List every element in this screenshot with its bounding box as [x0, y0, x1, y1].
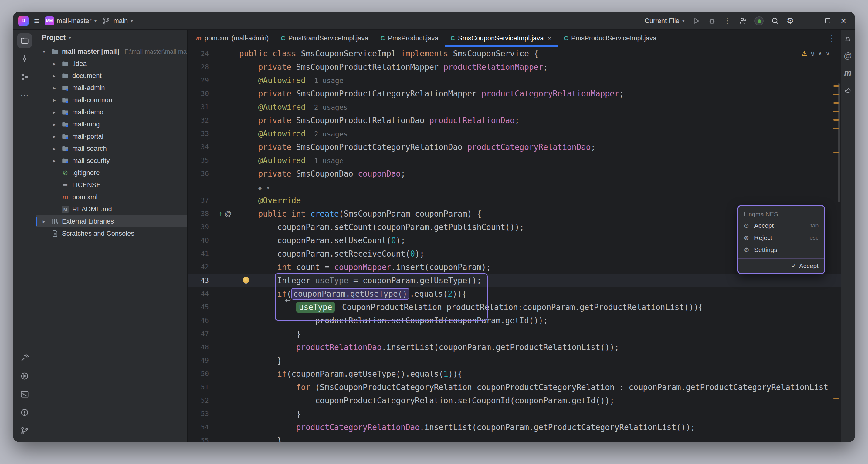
code-line[interactable]: 50 if(couponParam.getUseType().equals(1)…	[188, 367, 841, 380]
line-number[interactable]: 40	[188, 234, 211, 247]
line-number[interactable]: 48	[188, 340, 211, 354]
nes-item-reject[interactable]: ⊗Rejectesc	[738, 232, 824, 244]
commit-icon[interactable]	[17, 52, 32, 66]
tree-item-idea[interactable]: ▸.idea	[36, 58, 187, 70]
line-number[interactable]: 39	[188, 221, 211, 234]
next-warning-icon[interactable]: ∨	[826, 51, 830, 57]
line-number[interactable]: 54	[188, 421, 211, 434]
line-number[interactable]: 34	[188, 140, 211, 154]
line-number[interactable]: 52	[188, 394, 211, 407]
code-line[interactable]: 35 @Autowired 1 usage	[188, 154, 841, 167]
chevron-right-icon[interactable]: ▸	[51, 97, 58, 103]
code-line[interactable]: 53 }	[188, 407, 841, 421]
line-number[interactable]: 51	[188, 380, 211, 394]
terminal-icon[interactable]	[17, 387, 32, 401]
code-line[interactable]: 28 private SmsCouponProductRelationMappe…	[188, 60, 841, 74]
close-button[interactable]: ×	[836, 14, 850, 27]
line-number[interactable]: 41	[188, 247, 211, 261]
code-line[interactable]: 47 }	[188, 327, 841, 340]
project-panel-header[interactable]: Project ▾	[36, 30, 187, 45]
chevron-down-icon[interactable]: ▾	[40, 48, 48, 55]
code-editor[interactable]: 24public class SmsCouponServiceImpl impl…	[188, 47, 841, 441]
vcs-branch-selector[interactable]: main ▾	[102, 17, 133, 25]
line-number[interactable]: 29	[188, 74, 211, 87]
editor-tab-smscouponserviceimpl-java[interactable]: CSmsCouponServiceImpl.java×	[445, 30, 558, 47]
editor-tab-pmsproductserviceimpl-java[interactable]: CPmsProductServiceImpl.java	[558, 30, 663, 47]
line-number[interactable]: 49	[188, 354, 211, 367]
line-number[interactable]: 30	[188, 87, 211, 100]
close-tab-icon[interactable]: ×	[548, 34, 552, 42]
code-line[interactable]: 52 couponProductCategoryRelation.setCoup…	[188, 394, 841, 407]
chevron-right-icon[interactable]: ▸	[51, 109, 58, 115]
tree-item-readme-md[interactable]: MREADME.md	[36, 203, 187, 215]
line-number[interactable]: 24	[188, 47, 211, 60]
editor-tab-pmsbrandserviceimpl-java[interactable]: CPmsBrandServiceImpl.java	[275, 30, 374, 47]
line-number[interactable]: 43	[188, 274, 211, 287]
chevron-right-icon[interactable]: ▸	[51, 73, 58, 79]
code-line[interactable]: 24public class SmsCouponServiceImpl impl…	[188, 47, 841, 60]
code-line[interactable]: 45 useType CouponProductRelation product…	[188, 301, 841, 314]
build-icon[interactable]	[17, 351, 32, 365]
more-icon[interactable]: ⋯	[17, 88, 32, 102]
editor-tab-pmsproduct-java[interactable]: CPmsProduct.java	[374, 30, 445, 47]
tree-item-mall-admin[interactable]: ▸mall-admin	[36, 82, 187, 94]
line-number[interactable]: 33	[188, 127, 211, 140]
code-line[interactable]: 31 @Autowired 2 usages	[188, 100, 841, 114]
line-number[interactable]: 45	[188, 301, 211, 314]
tree-item-mall-common[interactable]: ▸mall-common	[36, 94, 187, 106]
prev-warning-icon[interactable]: ∧	[818, 51, 822, 57]
override-marker-icon[interactable]: ↑	[219, 210, 222, 218]
line-number[interactable]: 35	[188, 154, 211, 167]
user-avatar[interactable]	[754, 16, 764, 26]
tree-item-document[interactable]: ▸document	[36, 70, 187, 82]
chevron-right-icon[interactable]: ▸	[51, 85, 58, 91]
maximize-button[interactable]	[820, 14, 835, 27]
search-icon[interactable]	[771, 17, 779, 25]
tree-item-mall-demo[interactable]: ▸mall-demo	[36, 106, 187, 118]
line-number[interactable]: 44	[188, 287, 211, 301]
code-line[interactable]: 51 for (SmsCouponProductCategoryRelation…	[188, 380, 841, 394]
tree-item-license[interactable]: ≣LICENSE	[36, 179, 187, 191]
code-line[interactable]: 32 private SmsCouponProductRelationDao p…	[188, 114, 841, 127]
structure-icon[interactable]	[17, 70, 32, 84]
tree-item-mall-mbg[interactable]: ▸mall-mbg	[36, 118, 187, 130]
line-number[interactable]: 32	[188, 114, 211, 127]
chevron-right-icon[interactable]: ▸	[51, 61, 58, 67]
code-line[interactable]: 43 Integer useType = couponParam.getUseT…	[188, 274, 841, 287]
line-number[interactable]: 42	[188, 261, 211, 274]
tree-item-mall-portal[interactable]: ▸mall-portal	[36, 130, 187, 142]
chevron-right-icon[interactable]: ▸	[40, 218, 48, 225]
tree-item-mall-security[interactable]: ▸mall-security	[36, 155, 187, 167]
code-line[interactable]: 46 productRelation.setCouponId(couponPar…	[188, 314, 841, 327]
problems-icon[interactable]	[17, 405, 32, 420]
notifications-icon[interactable]	[842, 33, 854, 45]
chevron-right-icon[interactable]: ▸	[51, 133, 58, 140]
chevron-right-icon[interactable]: ▸	[51, 121, 58, 128]
line-number[interactable]: 46	[188, 314, 211, 327]
line-number[interactable]	[188, 180, 211, 194]
tree-item-mall-search[interactable]: ▸mall-search	[36, 142, 187, 155]
line-number[interactable]: 31	[188, 100, 211, 114]
tree-item-scratches-and-consoles[interactable]: Scratches and Consoles	[36, 227, 187, 240]
line-number[interactable]: 38	[188, 207, 211, 221]
nes-item-settings[interactable]: ⚙Settings	[738, 244, 824, 256]
tree-item-gitignore[interactable]: ⊘.gitignore	[36, 167, 187, 179]
debug-button[interactable]	[708, 17, 716, 25]
more-actions-icon[interactable]: ⋮	[723, 16, 732, 26]
tree-item-external-libraries[interactable]: ▸External Libraries	[36, 215, 187, 227]
version-control-icon[interactable]	[17, 423, 32, 438]
code-line[interactable]: 48 productRelationDao.insertList(couponP…	[188, 340, 841, 354]
line-number[interactable]: 53	[188, 407, 211, 421]
chevron-right-icon[interactable]: ▸	[51, 145, 58, 152]
run-configuration-selector[interactable]: Current File ▾	[645, 17, 685, 25]
main-menu-icon[interactable]: ≡	[34, 16, 39, 26]
services-icon[interactable]	[17, 369, 32, 383]
line-number[interactable]: 55	[188, 434, 211, 441]
nes-accept-button[interactable]: ✓ Accept	[738, 259, 824, 273]
chevron-right-icon[interactable]: ▸	[51, 158, 58, 164]
project-icon[interactable]	[17, 33, 32, 48]
code-line[interactable]: 29 @Autowired 1 usage	[188, 74, 841, 87]
maven-icon[interactable]: m	[842, 67, 854, 79]
line-number[interactable]: 36	[188, 167, 211, 180]
tab-overflow-icon[interactable]: ⋮	[828, 34, 841, 43]
